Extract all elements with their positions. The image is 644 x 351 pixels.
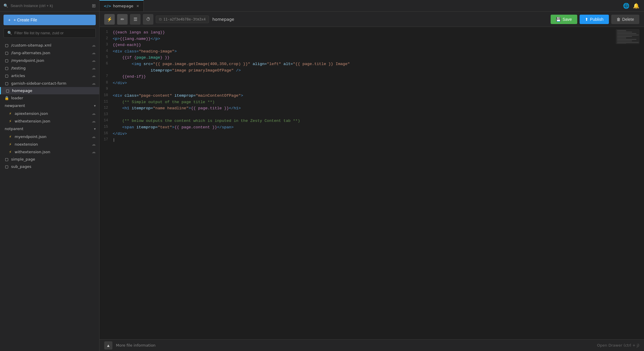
file-item-articles[interactable]: ▢ articles ☁ xyxy=(0,72,99,79)
code-icon: </> xyxy=(104,4,111,8)
code-line-6: 6 <img src="{{ page.image.getImage(400,3… xyxy=(100,61,644,74)
code-line-7: 7 {{end-if}} xyxy=(100,74,644,80)
file-item-myendpoint-notparent[interactable]: ⚡ myendpoint.json ☁ xyxy=(4,133,99,140)
bolt-icon: ⚡ xyxy=(8,119,12,123)
code-line-5: 5 {{if {page.image} }} xyxy=(100,54,644,61)
page-icon: ▢ xyxy=(5,66,9,70)
code-line-13: 13 xyxy=(100,112,644,118)
page-icon: ▢ xyxy=(5,43,9,47)
folder-notparent-children: ⚡ myendpoint.json ☁ ⚡ noextension ☁ ⚡ wi… xyxy=(0,133,99,156)
filter-icon[interactable]: ⊞ xyxy=(92,3,96,8)
code-line-12: 12 <h1 itemprop="name headline">{{ page.… xyxy=(100,105,644,112)
file-item-custom-sitemap[interactable]: ▢ /custom-sitemap.xml ☁ xyxy=(0,41,99,49)
cloud-icon[interactable]: ☁ xyxy=(92,134,96,139)
cloud-icon[interactable]: ☁ xyxy=(92,81,96,86)
top-bar: 🔍 ⊞ </> homepage ✕ 🌐 🔔 xyxy=(0,0,644,12)
save-button[interactable]: 💾 Save xyxy=(551,15,577,24)
file-item-myendpoint[interactable]: ▢ /myendpoint.json ☁ xyxy=(0,57,99,64)
cloud-icon[interactable]: ☁ xyxy=(92,142,96,146)
cloud-icon[interactable]: ☁ xyxy=(92,58,96,63)
save-icon: 💾 xyxy=(556,17,561,22)
list-button[interactable]: ☰ xyxy=(130,14,141,25)
code-line-14: 14 (** below outputs the content which i… xyxy=(100,118,644,124)
cloud-icon[interactable]: ☁ xyxy=(92,73,96,78)
bolt-icon: ⚡ xyxy=(8,150,12,154)
file-title-label: homepage xyxy=(213,17,234,22)
tab-bar: </> homepage ✕ xyxy=(100,0,623,11)
search-bar[interactable]: 🔍 ⊞ xyxy=(0,0,100,11)
file-item-simple-page[interactable]: ▢ simple_page xyxy=(0,156,99,163)
filter-search-icon: 🔍 xyxy=(7,31,12,35)
copy-icon[interactable]: ⧉ xyxy=(159,17,162,22)
code-line-16: 16 </div> xyxy=(100,131,644,137)
cloud-icon[interactable]: ☁ xyxy=(92,43,96,47)
code-line-17: 17 | xyxy=(100,137,644,143)
chevron-up-icon: ▲ xyxy=(106,343,110,348)
code-line-10: 10 <div class="page-content" itemprop="m… xyxy=(100,93,644,99)
more-file-info-label: More file information xyxy=(116,343,155,347)
file-item-sub-pages[interactable]: ▢ sub_pages xyxy=(0,163,99,170)
trash-icon: 🗑 xyxy=(616,17,621,22)
cloud-icon[interactable]: ☁ xyxy=(92,119,96,123)
code-line-2: 2 <p>{{lang.name}}</p> xyxy=(100,36,644,42)
bolt-icon: ⚡ xyxy=(8,134,12,139)
bell-icon[interactable]: 🔔 xyxy=(633,3,639,9)
page-icon: ▢ xyxy=(5,51,9,55)
page-icon: ▢ xyxy=(5,157,9,161)
editor-toolbar: ⚡ ✏ ☰ ⏱ ⧉ 11-a2f3e4b78e-3tm3x4 homepage … xyxy=(100,12,644,27)
code-line-15: 15 <span itemprop="text">{{ page.content… xyxy=(100,124,644,131)
page-icon: ▢ xyxy=(5,81,9,85)
file-item-testing[interactable]: ▢ /testing ☁ xyxy=(0,64,99,72)
file-item-lang-alternates[interactable]: ▢ /lang-alternates.json ☁ xyxy=(0,49,99,57)
tab-label: homepage xyxy=(113,4,133,8)
page-icon: ▢ xyxy=(5,165,9,169)
chevron-down-icon: ▾ xyxy=(94,127,96,131)
file-filter-input[interactable] xyxy=(14,31,92,35)
sidebar: + + Create File 🔍 ▢ /custom-sitemap.xml … xyxy=(0,12,100,351)
toggle-drawer-button[interactable]: ▲ xyxy=(104,341,112,350)
folder-newparent-children: ⚡ apiextension.json ☁ ⚡ withextension.js… xyxy=(0,110,99,125)
edit-button[interactable]: ✏ xyxy=(117,14,128,25)
tab-homepage[interactable]: </> homepage ✕ xyxy=(100,0,144,11)
file-item-apiextension[interactable]: ⚡ apiextension.json ☁ xyxy=(4,110,99,117)
file-id-text: 11-a2f3e4b78e-3tm3x4 xyxy=(163,17,206,21)
globe-icon[interactable]: 🌐 xyxy=(623,3,629,9)
file-filter[interactable]: 🔍 xyxy=(4,28,96,38)
page-icon: ▢ xyxy=(5,74,9,78)
code-line-11: 11 (** Simple output of the page title *… xyxy=(100,99,644,105)
cloud-icon[interactable]: ☁ xyxy=(92,149,96,154)
minimap-thumbnail xyxy=(616,29,639,44)
file-item-garnish[interactable]: ▢ garnish-sidebar-contact-form ☁ xyxy=(0,79,99,87)
cloud-icon[interactable]: ☁ xyxy=(92,66,96,70)
code-line-3: 3 {{end-each}} xyxy=(100,42,644,48)
file-item-withextension-notparent[interactable]: ⚡ withextension.json ☁ xyxy=(4,148,99,156)
code-line-4: 4 <div class="heading-image"> xyxy=(100,48,644,55)
code-line-1: 1 {{each langs as lang}} xyxy=(100,29,644,36)
file-list: ▢ /custom-sitemap.xml ☁ ▢ /lang-alternat… xyxy=(0,40,99,351)
folder-newparent[interactable]: newparent ▾ xyxy=(0,102,99,110)
publish-button[interactable]: ⬆ Publish xyxy=(580,15,609,24)
code-line-9: 9 xyxy=(100,86,644,93)
history-button[interactable]: ⏱ xyxy=(143,14,153,25)
page-icon: ▢ xyxy=(5,58,9,62)
lock-icon: 🔒 xyxy=(5,96,9,100)
file-item-withextension[interactable]: ⚡ withextension.json ☁ xyxy=(4,117,99,125)
folder-notparent[interactable]: notparent ▾ xyxy=(0,125,99,133)
flash-button[interactable]: ⚡ xyxy=(104,14,115,25)
main-layout: + + Create File 🔍 ▢ /custom-sitemap.xml … xyxy=(0,12,644,351)
file-id-badge: ⧉ 11-a2f3e4b78e-3tm3x4 xyxy=(156,16,209,23)
file-item-loader[interactable]: 🔒 loader xyxy=(0,94,99,102)
drawer-shortcut-label: Open Drawer (ctrl + j) xyxy=(597,343,639,347)
delete-button[interactable]: 🗑 Delete xyxy=(611,15,639,24)
page-icon: ▢ xyxy=(6,89,10,93)
search-input[interactable] xyxy=(11,4,90,8)
file-item-homepage[interactable]: ▢ homepage xyxy=(0,87,99,94)
cloud-icon[interactable]: ☁ xyxy=(92,50,96,55)
create-file-button[interactable]: + + Create File xyxy=(4,15,96,25)
plus-icon: + xyxy=(8,18,11,22)
cloud-icon[interactable]: ☁ xyxy=(92,111,96,116)
tab-close-icon[interactable]: ✕ xyxy=(136,4,139,8)
file-item-noextension[interactable]: ⚡ noextension ☁ xyxy=(4,140,99,148)
code-editor[interactable]: 1 {{each langs as lang}} 2 <p>{{lang.nam… xyxy=(100,27,644,339)
bolt-icon: ⚡ xyxy=(8,111,12,115)
